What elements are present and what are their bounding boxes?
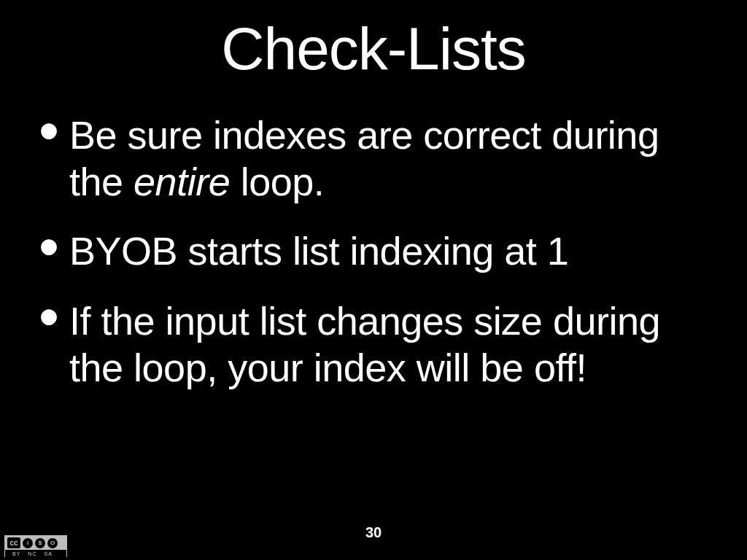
cc-label: NC [28,551,36,556]
cc-sa-icon: O [47,538,58,548]
cc-label: SA [44,551,52,556]
page-number: 30 [0,524,747,541]
bullet-icon: • [39,218,59,276]
cc-bottom-row: BY NC SA [5,550,66,557]
bullet-list: • Be sure indexes are correct during the… [0,112,747,392]
bullet-text: If the input list changes size during th… [69,298,703,391]
slide-title: Check-Lists [0,15,747,83]
cc-label: BY [12,551,20,556]
cc-logo-icon: cc [7,537,20,548]
cc-nc-icon: $ [35,538,45,548]
bullet-item: • Be sure indexes are correct during the… [69,112,703,205]
cc-license-badge: cc i $ O BY NC SA [4,535,67,557]
text-emphasis: entire [133,160,230,203]
bullet-icon: • [39,102,59,160]
text-segment: BYOB starts list indexing at 1 [69,229,568,273]
cc-by-icon: i [23,538,33,548]
bullet-text: Be sure indexes are correct during the e… [69,112,703,205]
bullet-item: • If the input list changes size during … [69,298,703,391]
bullet-text: BYOB starts list indexing at 1 [69,228,703,275]
bullet-icon: • [39,288,59,346]
cc-top-row: cc i $ O [5,536,66,550]
text-segment: If the input list changes size during th… [69,299,660,389]
bullet-item: • BYOB starts list indexing at 1 [69,228,703,275]
text-segment: loop. [230,160,324,203]
slide: Check-Lists • Be sure indexes are correc… [0,0,747,560]
